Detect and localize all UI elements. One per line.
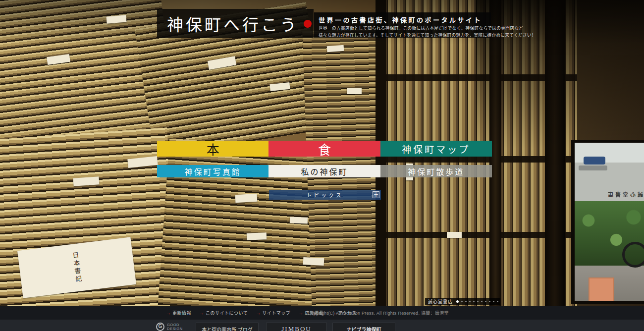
motorbike — [579, 166, 607, 170]
nav-label: 神保町写真館 — [185, 166, 241, 177]
nav-button-photo-gallery[interactable]: 神保町写真館 — [157, 165, 268, 177]
footer-link-about[interactable]: → このサイトについて — [199, 310, 248, 316]
nav-label: 食 — [318, 140, 331, 158]
site-logo[interactable]: 神保町へ行こう — [157, 9, 314, 38]
arrow-icon: → — [256, 310, 261, 316]
nav-button-walking-paths[interactable]: 神保町散歩道 — [380, 165, 492, 177]
slideshow-dot[interactable] — [456, 300, 459, 303]
book-label — [235, 194, 258, 203]
slideshow-dot[interactable] — [493, 301, 494, 302]
slideshow-dot[interactable] — [485, 301, 486, 302]
car — [584, 157, 605, 165]
copyright-text: Copyright(C) Association Press. All Righ… — [308, 306, 449, 320]
slideshow-dot[interactable] — [477, 301, 479, 302]
good-design-g-mark-icon: G — [156, 323, 164, 331]
slideshow-dot[interactable] — [489, 301, 490, 302]
shop-window: 誠心堂書店 — [571, 140, 644, 304]
arrow-icon: → — [166, 310, 171, 316]
nav-label: 本 — [207, 140, 219, 158]
jimbocho-portal-page: 誠心堂書店 日本書紀 神保町へ行こう 世界一の古書店街、神保町のポータルサイト … — [0, 0, 644, 331]
jimbou-book-town-logo[interactable]: JIMBOU — [266, 323, 327, 331]
topics-label: トピックス — [307, 191, 344, 199]
window-sign-text: 誠心堂書店 — [579, 190, 643, 198]
tagline-line2: 様々な魅力が存在しています。そしてサイトを通じて知った神保町の魅力を、実際に確か… — [319, 33, 486, 38]
navibura-jimbocho-logo[interactable]: ナビブラ神保町 — [332, 323, 395, 331]
good-design-logo[interactable]: G GOOD DESIGN — [156, 323, 183, 331]
nav-label: 神保町マップ — [402, 142, 470, 156]
tagline-line1: 世界一の古書店街として知られる神保町。この街には古本屋だけでなく、神保町ならでは… — [319, 26, 486, 31]
tagline-title: 世界一の古書店街、神保町のポータルサイト — [319, 15, 486, 24]
arrow-icon: → — [298, 310, 303, 316]
arrow-icon: → — [199, 310, 204, 316]
slideshow-caption: 誠心堂書店 — [428, 298, 453, 305]
slideshow-dot[interactable] — [481, 301, 483, 302]
nav-row-primary: 本 食 神保町マップ — [157, 141, 492, 157]
nav-button-books[interactable]: 本 — [157, 141, 268, 157]
poster — [589, 277, 614, 304]
book-label — [327, 45, 344, 52]
nav-label: 私の神保町 — [301, 166, 348, 177]
nav-label: 神保町散歩道 — [408, 166, 464, 177]
footer-logos-strip: G GOOD DESIGN 本と街の案内所 ブログ JIMBOU ナビブラ神保町 — [0, 320, 644, 331]
book-label — [447, 232, 462, 238]
nav-button-my-jimbocho[interactable]: 私の神保町 — [268, 165, 380, 177]
footer-links-strip: → 更新情報 → このサイトについて → サイトマップ → 広告掲載 → アクセ… — [0, 306, 644, 320]
slideshow-dot[interactable] — [465, 301, 467, 302]
book-label — [247, 232, 267, 240]
book-title-text: 日本書紀 — [70, 251, 84, 284]
slideshow-dot[interactable] — [473, 301, 475, 302]
plus-icon[interactable]: ＋ — [373, 191, 379, 198]
footer-link-sitemap[interactable]: → サイトマップ — [256, 310, 290, 316]
topics-bar[interactable]: トピックス ＋ — [269, 190, 381, 200]
book-label — [347, 88, 362, 94]
nav-row-secondary: 神保町写真館 私の神保町 神保町散歩道 — [157, 165, 492, 177]
slideshow-pager — [456, 300, 498, 303]
footer-link-updates[interactable]: → 更新情報 — [166, 310, 191, 316]
book-label — [290, 217, 308, 223]
slideshow-dot[interactable] — [469, 301, 471, 302]
site-logo-text: 神保町へ行こう — [167, 12, 299, 36]
site-tagline: 世界一の古書店街、神保町のポータルサイト 世界一の古書店街として知られる神保町。… — [314, 12, 491, 38]
nav-button-food[interactable]: 食 — [268, 141, 380, 157]
good-design-label: GOOD DESIGN — [167, 323, 183, 331]
bicycle-wheel — [622, 242, 644, 268]
book-town-annaijo-blog-logo[interactable]: 本と街の案内所 ブログ — [196, 323, 259, 331]
nav-button-map[interactable]: 神保町マップ — [380, 141, 492, 157]
slideshow-dot[interactable] — [461, 301, 463, 302]
slideshow-caption-bar: 誠心堂書店 — [425, 298, 500, 305]
slideshow-dot[interactable] — [497, 301, 498, 302]
red-dot-icon — [304, 20, 312, 28]
book-label — [303, 257, 324, 266]
